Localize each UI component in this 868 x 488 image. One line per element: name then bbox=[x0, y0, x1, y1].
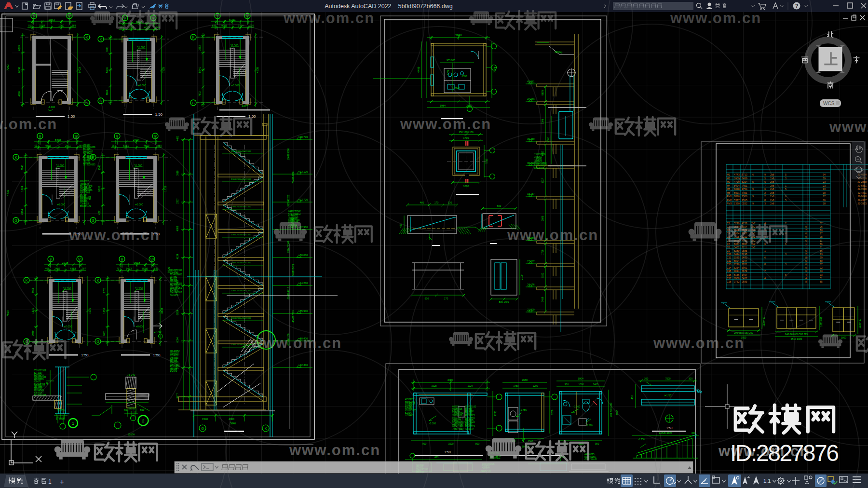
svg-text:8: 8 bbox=[764, 199, 766, 202]
svg-text:50: 50 bbox=[820, 259, 823, 262]
svg-text:024994717: 024994717 bbox=[287, 287, 290, 299]
svg-text:5341: 5341 bbox=[229, 18, 236, 21]
svg-text:389: 389 bbox=[72, 24, 76, 27]
svg-text:3473: 3473 bbox=[126, 267, 132, 270]
svg-text:170: 170 bbox=[444, 297, 448, 300]
svg-text:17: 17 bbox=[823, 195, 826, 198]
svg-text:1300 2604x300 1300: 1300 2604x300 1300 bbox=[231, 261, 251, 264]
svg-text:1754: 1754 bbox=[742, 188, 747, 190]
svg-text:465: 465 bbox=[45, 267, 50, 270]
svg-text:950: 950 bbox=[595, 442, 599, 445]
svg-text:5452: 5452 bbox=[734, 246, 739, 249]
svg-text:252: 252 bbox=[112, 144, 116, 147]
svg-text:K: K bbox=[192, 36, 195, 39]
svg-text:1: 1 bbox=[805, 222, 807, 225]
svg-text:7439: 7439 bbox=[742, 177, 747, 180]
svg-text:2x8: 2x8 bbox=[770, 184, 774, 187]
svg-text:3782: 3782 bbox=[447, 69, 449, 75]
svg-text:737: 737 bbox=[117, 267, 121, 270]
svg-text:2x8: 2x8 bbox=[770, 202, 774, 205]
svg-text:33.137: 33.137 bbox=[527, 192, 535, 195]
svg-text:8: 8 bbox=[764, 263, 766, 266]
svg-text:9885: 9885 bbox=[742, 249, 747, 252]
svg-text:2: 2 bbox=[764, 195, 766, 198]
svg-text:3515: 3515 bbox=[742, 199, 747, 202]
svg-text:913341232: 913341232 bbox=[287, 194, 290, 206]
svg-text:3676320163: 3676320163 bbox=[83, 163, 95, 166]
svg-text:5931: 5931 bbox=[106, 67, 108, 73]
svg-text:7111: 7111 bbox=[742, 246, 747, 249]
svg-text:www.om.cn: www.om.cn bbox=[68, 227, 160, 244]
svg-text:7461: 7461 bbox=[742, 191, 747, 194]
svg-text:51: 51 bbox=[820, 277, 823, 280]
svg-text:M4: M4 bbox=[727, 184, 730, 187]
svg-text:1000 400: 1000 400 bbox=[820, 317, 823, 326]
svg-text:5800: 5800 bbox=[547, 137, 550, 142]
svg-text:+0.000: +0.000 bbox=[57, 203, 65, 206]
svg-text:2: 2 bbox=[805, 253, 807, 256]
svg-text:7262: 7262 bbox=[6, 64, 9, 71]
svg-text:5214: 5214 bbox=[742, 180, 747, 183]
svg-text:10: 10 bbox=[245, 14, 249, 18]
svg-text:5290: 5290 bbox=[734, 222, 739, 225]
svg-text:0518: 0518 bbox=[134, 261, 140, 264]
svg-text:67: 67 bbox=[820, 263, 823, 266]
svg-text:3289: 3289 bbox=[551, 409, 554, 415]
svg-text:73: 73 bbox=[820, 253, 823, 256]
svg-text:39.339: 39.339 bbox=[527, 137, 535, 140]
svg-text:7451: 7451 bbox=[742, 184, 747, 187]
svg-text:6048: 6048 bbox=[734, 188, 740, 190]
svg-text:1: 1 bbox=[785, 184, 787, 187]
svg-text:-0.000: -0.000 bbox=[48, 106, 55, 108]
svg-text:800: 800 bbox=[475, 442, 480, 445]
svg-text:FM2: FM2 bbox=[727, 199, 732, 202]
svg-text:600: 600 bbox=[497, 204, 502, 207]
svg-text:5: 5 bbox=[785, 199, 787, 202]
svg-text:1043: 1043 bbox=[48, 18, 55, 21]
svg-text:7679: 7679 bbox=[742, 270, 747, 272]
svg-text:C17: C17 bbox=[727, 277, 732, 280]
svg-text:K: K bbox=[86, 36, 88, 39]
svg-text:3432: 3432 bbox=[742, 277, 747, 280]
svg-text:-2.320: -2.320 bbox=[586, 424, 593, 427]
svg-text:1331: 1331 bbox=[31, 308, 34, 313]
svg-text:C13: C13 bbox=[727, 263, 732, 266]
svg-text:3218: 3218 bbox=[39, 24, 45, 27]
svg-text:556464170: 556464170 bbox=[80, 205, 91, 207]
svg-text:1: 1 bbox=[805, 246, 807, 249]
svg-text:4431: 4431 bbox=[176, 136, 179, 141]
svg-text:www.om.cn: www.om.cn bbox=[653, 335, 745, 352]
svg-text:-0.300: -0.300 bbox=[429, 422, 436, 425]
svg-text:99: 99 bbox=[820, 256, 823, 259]
svg-text:6: 6 bbox=[805, 239, 807, 242]
svg-text:5098: 5098 bbox=[31, 287, 34, 293]
svg-text:J2-7098: J2-7098 bbox=[857, 188, 867, 190]
svg-text:J2-3933: J2-3933 bbox=[857, 202, 867, 205]
svg-text:39: 39 bbox=[823, 177, 826, 180]
svg-text:0494: 0494 bbox=[734, 253, 739, 256]
svg-text:900: 900 bbox=[565, 383, 569, 386]
svg-text:8496: 8496 bbox=[55, 138, 62, 141]
svg-text:4677: 4677 bbox=[242, 105, 248, 108]
svg-text:23: 23 bbox=[823, 184, 826, 187]
svg-text:10: 10 bbox=[150, 258, 154, 261]
svg-text:www.om.cn: www.om.cn bbox=[250, 335, 342, 352]
svg-text:WCS: WCS bbox=[823, 101, 835, 106]
svg-text:450: 450 bbox=[631, 395, 634, 400]
svg-text:2x8: 2x8 bbox=[770, 188, 774, 190]
svg-text:4: 4 bbox=[805, 273, 807, 276]
svg-text:8: 8 bbox=[50, 258, 52, 261]
svg-text:1300 2604x300 1300: 1300 2604x300 1300 bbox=[231, 343, 251, 346]
svg-text:14.200: 14.200 bbox=[300, 282, 308, 285]
svg-text:6: 6 bbox=[805, 270, 807, 272]
svg-text:5: 5 bbox=[764, 177, 766, 180]
svg-text:774964990: 774964990 bbox=[292, 171, 295, 183]
svg-text:3164: 3164 bbox=[106, 90, 108, 95]
svg-text:1450: 1450 bbox=[513, 384, 518, 387]
svg-text:K: K bbox=[97, 279, 99, 282]
svg-text:3826: 3826 bbox=[734, 195, 740, 198]
svg-text:C11: C11 bbox=[727, 256, 731, 259]
svg-text:7065379: 7065379 bbox=[465, 428, 474, 430]
svg-text:3524: 3524 bbox=[176, 282, 179, 287]
svg-text:98: 98 bbox=[820, 235, 823, 238]
